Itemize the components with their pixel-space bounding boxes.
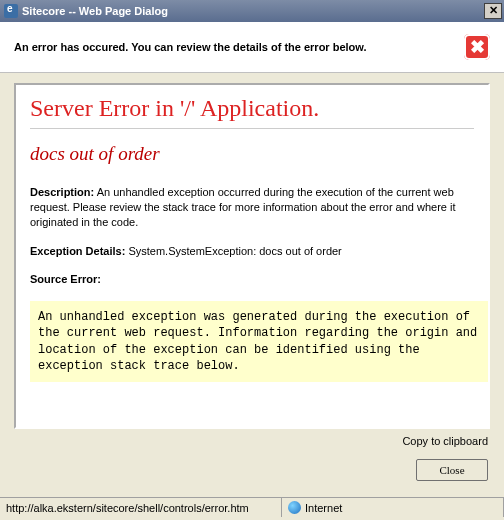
error-icon: ✖ [464, 34, 490, 60]
ie-icon [4, 4, 18, 18]
error-header: An error has occured. You can review the… [0, 22, 504, 73]
copy-to-clipboard-link[interactable]: Copy to clipboard [402, 435, 488, 447]
statusbar-url: http://alka.ekstern/sitecore/shell/contr… [0, 498, 282, 517]
window-close-button[interactable]: ✕ [484, 3, 502, 19]
titlebar: Sitecore -- Web Page Dialog ✕ [0, 0, 504, 22]
statusbar-zone: Internet [282, 498, 504, 517]
error-content-frame: Server Error in '/' Application. docs ou… [14, 83, 490, 429]
window-title: Sitecore -- Web Page Dialog [22, 5, 168, 17]
source-error-label: Source Error: [30, 272, 474, 287]
statusbar: http://alka.ekstern/sitecore/shell/contr… [0, 497, 504, 517]
globe-icon [288, 501, 301, 514]
exception-text: System.SystemException: docs out of orde… [125, 245, 341, 257]
close-button[interactable]: Close [416, 459, 488, 481]
exception-paragraph: Exception Details: System.SystemExceptio… [30, 244, 474, 259]
dialog-body: Server Error in '/' Application. docs ou… [0, 73, 504, 497]
description-text: An unhandled exception occurred during t… [30, 186, 456, 228]
error-header-message: An error has occured. You can review the… [14, 41, 464, 53]
zone-label: Internet [305, 502, 342, 514]
error-content-scroll[interactable]: Server Error in '/' Application. docs ou… [16, 85, 488, 427]
server-error-subtitle: docs out of order [30, 143, 474, 165]
description-paragraph: Description: An unhandled exception occu… [30, 185, 474, 230]
server-error-title: Server Error in '/' Application. [30, 95, 474, 129]
source-error-block: An unhandled exception was generated dur… [30, 301, 488, 382]
description-label: Description: [30, 186, 94, 198]
exception-label: Exception Details: [30, 245, 125, 257]
